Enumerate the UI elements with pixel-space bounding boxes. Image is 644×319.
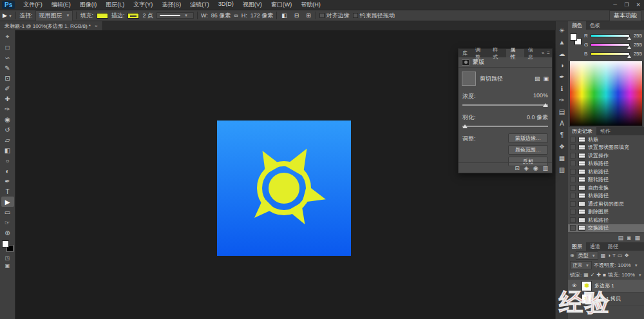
select-mode-dropdown[interactable]: 现用图层▼ <box>35 10 73 21</box>
document-tab[interactable]: 未标题-1 @ 100%(多边形 1, RGB/8) * × <box>0 21 103 30</box>
color-spectrum-ramp[interactable] <box>569 61 643 127</box>
menu-select[interactable]: 选择(S) <box>157 0 185 10</box>
brush-tool[interactable]: ✑ <box>1 104 14 114</box>
color-channel-slider[interactable]: G 255 <box>584 41 642 48</box>
history-state-row[interactable]: 翻转路径 <box>568 176 644 184</box>
brush-settings-panel-icon[interactable]: ✑ <box>556 95 568 106</box>
tab-properties[interactable]: 属性 <box>506 49 524 57</box>
notes-panel-icon[interactable]: ▥ <box>556 164 568 175</box>
libraries-panel-icon[interactable]: ☁ <box>556 48 568 59</box>
quick-select-tool[interactable]: ✎ <box>1 63 14 73</box>
mask-edge-button[interactable]: 蒙版边缘… <box>508 133 548 143</box>
foreground-color-swatch[interactable] <box>2 240 9 247</box>
character-panel-icon[interactable]: A <box>556 118 568 129</box>
menu-window[interactable]: 窗口(W) <box>267 0 297 10</box>
filter-adjustment-icon[interactable]: ◑ <box>607 253 611 258</box>
menu-file[interactable]: 文件(F) <box>19 0 47 10</box>
new-doc-from-state-button[interactable]: ▤ <box>618 235 624 241</box>
close-button[interactable]: ✕ <box>632 1 644 8</box>
canvas-artwork[interactable] <box>217 121 351 256</box>
feather-value[interactable]: 0.0 像素 <box>527 113 548 122</box>
color-channel-slider[interactable]: B 255 <box>584 50 642 57</box>
selection-from-mask-button[interactable]: ⊡ <box>515 165 520 171</box>
path-operations-button[interactable]: ◧ <box>280 12 289 19</box>
lock-pixels-icon[interactable]: ✓ <box>591 272 595 278</box>
lock-transparency-icon[interactable]: ▦ <box>583 272 589 278</box>
eraser-tool[interactable]: ▱ <box>1 135 14 145</box>
eyedropper-tool[interactable]: ✐ <box>1 83 14 93</box>
mask-thumbnail[interactable] <box>462 72 476 86</box>
hand-tool[interactable]: ☞ <box>1 217 14 227</box>
tab-paths[interactable]: 路径 <box>604 242 622 251</box>
align-edges-checkbox[interactable]: 对齐边缘 <box>319 12 350 20</box>
history-source-checkbox[interactable] <box>570 169 576 175</box>
history-source-checkbox[interactable] <box>570 217 576 223</box>
move-tool[interactable]: ⌖ <box>1 32 14 42</box>
width-value[interactable]: 86 像素 <box>211 12 231 20</box>
paths-panel-icon[interactable]: ✒ <box>556 72 568 82</box>
crop-tool[interactable]: ⊡ <box>1 73 14 83</box>
history-state-row[interactable]: 粘贴路径 <box>568 216 644 224</box>
opacity-value[interactable]: 100% <box>618 262 630 268</box>
menu-type[interactable]: 文字(Y) <box>129 0 157 10</box>
adjustments-panel-icon[interactable]: ☀ <box>556 25 568 36</box>
lock-all-icon[interactable]: ■ <box>603 272 606 278</box>
density-slider-knob[interactable] <box>543 103 548 107</box>
color-range-button[interactable]: 颜色范围… <box>508 145 548 155</box>
info-panel-icon[interactable]: ℹ <box>556 83 568 94</box>
tab-info[interactable]: 信息 <box>524 49 542 57</box>
restore-button[interactable]: ❐ <box>621 1 632 8</box>
constrain-path-checkbox[interactable]: 约束路径拖动 <box>353 12 395 20</box>
add-vector-mask-button[interactable]: ▣ <box>543 75 549 82</box>
pen-tool[interactable]: ✒ <box>1 176 14 186</box>
styles-panel-icon[interactable]: ▲ <box>556 37 568 48</box>
marquee-tool[interactable]: □ <box>1 42 14 52</box>
tab-history[interactable]: 历史记录 <box>568 127 596 135</box>
density-slider[interactable]: 浓度: 100% <box>459 90 552 106</box>
history-source-checkbox[interactable] <box>570 144 576 150</box>
history-state-row[interactable]: 删除图层 <box>568 208 644 217</box>
healing-brush-tool[interactable]: ✚ <box>1 93 14 104</box>
menu-3d[interactable]: 3D(D) <box>214 0 238 10</box>
channels-panel-icon[interactable]: ◑ <box>556 60 568 71</box>
stroke-type-dropdown[interactable]: ▼ <box>156 12 194 19</box>
tab-channels[interactable]: 通道 <box>586 242 604 251</box>
collapse-panel-icon[interactable]: » <box>542 50 544 56</box>
timeline-panel-icon[interactable]: ▦ <box>556 153 568 164</box>
add-pixel-mask-button[interactable]: ▧ <box>535 75 540 82</box>
history-source-checkbox[interactable] <box>570 137 576 142</box>
color-channel-slider[interactable]: R 255 <box>584 32 642 39</box>
new-snapshot-button[interactable]: ◙ <box>627 235 630 241</box>
layer-filter-search-icon[interactable]: ⊕ <box>570 253 574 258</box>
history-source-checkbox[interactable] <box>570 225 576 231</box>
apply-mask-button[interactable]: ◈ <box>524 165 529 171</box>
filter-type-icon[interactable]: T <box>612 253 616 258</box>
fill-opacity-value[interactable]: 100% <box>621 272 634 278</box>
tab-adjustments[interactable]: 调整 <box>471 49 489 57</box>
glyphs-panel-icon[interactable]: ❖ <box>556 141 568 152</box>
type-tool[interactable]: T <box>1 186 14 197</box>
filter-smartobject-icon[interactable]: ❖ <box>625 253 629 258</box>
delete-mask-button[interactable]: ▥ <box>542 165 548 171</box>
foreground-background-swatches[interactable] <box>2 240 14 252</box>
tool-preset-icon[interactable]: ▶▼ <box>3 12 12 19</box>
history-state-row[interactable]: 粘贴 <box>568 135 644 144</box>
tab-actions[interactable]: 动作 <box>596 127 614 135</box>
screen-mode-button[interactable]: ▣ <box>1 262 14 269</box>
link-dimensions-icon[interactable]: ∞ <box>234 12 238 19</box>
history-state-row[interactable]: 交换路径 <box>568 224 644 233</box>
history-source-checkbox[interactable] <box>570 177 576 182</box>
history-state-row[interactable]: 通过剪切的图层 <box>568 200 644 208</box>
history-source-checkbox[interactable] <box>570 185 576 191</box>
clone-source-panel-icon[interactable]: ▤ <box>556 106 568 117</box>
path-arrange-button[interactable]: ⊞ <box>305 12 312 19</box>
history-source-checkbox[interactable] <box>570 153 576 159</box>
mask-visibility-button[interactable]: ◉ <box>533 165 538 171</box>
gradient-tool[interactable]: ◧ <box>1 145 14 155</box>
history-source-checkbox[interactable] <box>570 209 576 215</box>
history-state-row[interactable]: 粘贴路径 <box>568 168 644 176</box>
shape-tool[interactable]: ▭ <box>1 207 14 217</box>
tab-layers[interactable]: 图层 <box>568 242 586 251</box>
history-source-checkbox[interactable] <box>570 193 576 198</box>
lasso-tool[interactable]: ∽ <box>1 52 14 63</box>
